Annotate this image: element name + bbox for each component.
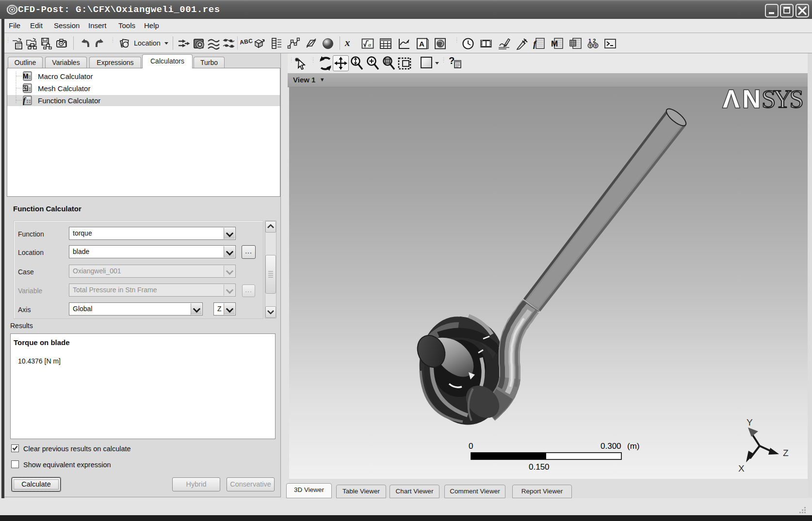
svg-text:T: T <box>589 44 592 48</box>
svg-text:M: M <box>551 39 558 48</box>
svg-text:Y: Y <box>747 417 753 427</box>
svg-text:SYS: SYS <box>762 87 804 113</box>
svg-text:ΛN: ΛN <box>723 87 761 113</box>
svg-text:0.300: 0.300 <box>601 442 621 451</box>
svg-text:0.150: 0.150 <box>529 462 550 472</box>
svg-text:α: α <box>368 42 371 47</box>
svg-text:Z: Z <box>783 448 789 458</box>
svg-text:X: X <box>738 463 745 474</box>
svg-text:(m): (m) <box>627 442 639 451</box>
svg-text:0: 0 <box>469 442 473 451</box>
svg-text:1 2: 1 2 <box>588 38 596 44</box>
svg-text:A: A <box>419 40 424 48</box>
svg-text:M: M <box>23 72 29 80</box>
svg-text:T: T <box>595 44 598 48</box>
